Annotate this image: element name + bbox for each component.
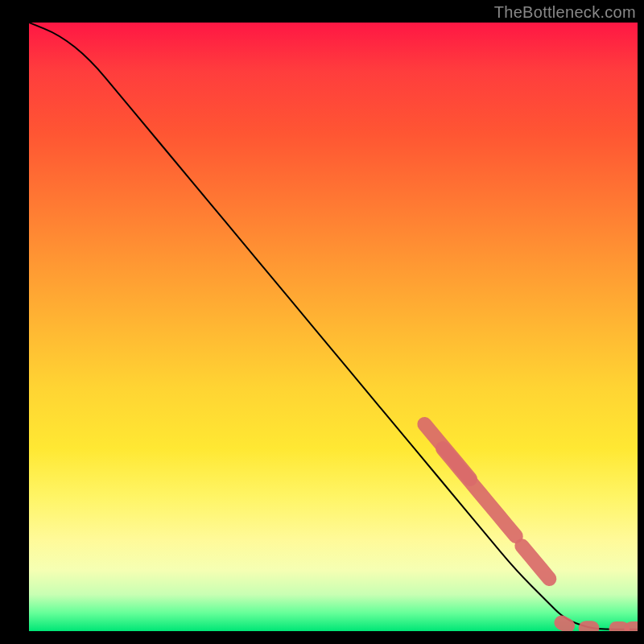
chart-svg: [29, 23, 638, 631]
highlight-segment: [443, 448, 516, 536]
highlight-segment: [522, 546, 549, 579]
chart-plot-area: [29, 23, 638, 631]
bottleneck-curve: [29, 23, 638, 630]
highlight-segment: [424, 424, 470, 479]
highlight-segment: [562, 622, 568, 625]
attribution-label: TheBottleneck.com: [494, 3, 636, 22]
